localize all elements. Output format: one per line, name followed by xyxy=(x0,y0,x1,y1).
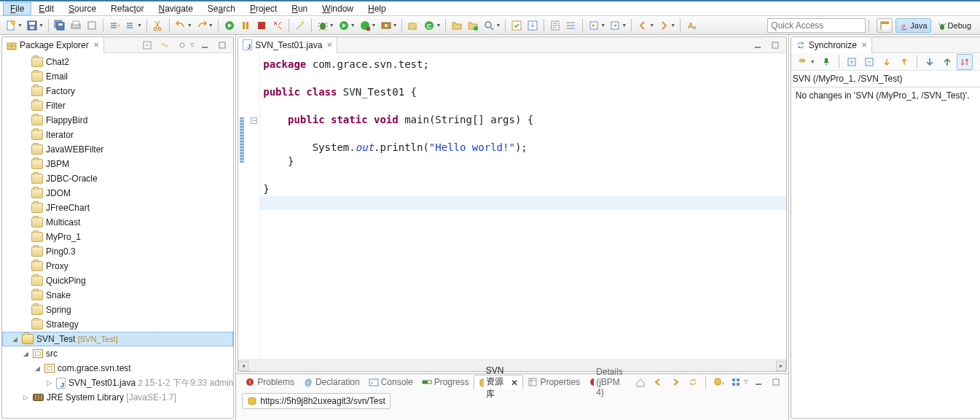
tree-folder[interactable]: JFreeChart xyxy=(2,201,233,215)
refresh-icon[interactable] xyxy=(685,374,701,390)
tree-src[interactable]: ◢src xyxy=(2,346,233,361)
code-editor[interactable]: − package com.grace.svn.test; public cla… xyxy=(238,53,786,359)
tree-folder[interactable]: JDOM xyxy=(2,186,233,201)
checkout-icon[interactable] xyxy=(509,18,525,34)
menu-navigate[interactable]: Navigate xyxy=(151,2,200,15)
tasks-icon[interactable] xyxy=(547,18,563,34)
forward-button[interactable] xyxy=(656,18,672,34)
expand-icon[interactable] xyxy=(844,54,860,70)
editor-gutter[interactable]: − xyxy=(238,53,260,359)
fold-icon[interactable]: − xyxy=(251,117,257,124)
menu-help[interactable]: Help xyxy=(361,2,393,15)
open-project-icon[interactable] xyxy=(449,18,465,34)
wand-icon[interactable] xyxy=(292,18,308,34)
tree-folder[interactable]: Snake xyxy=(2,288,233,303)
prev-diff-icon[interactable] xyxy=(896,54,912,70)
coverage-button[interactable] xyxy=(357,18,373,34)
menu-run[interactable]: Run xyxy=(284,2,315,15)
tree-folder[interactable]: Ping0.3 xyxy=(2,244,233,259)
both-mode-icon[interactable] xyxy=(957,54,973,70)
pause-button[interactable] xyxy=(238,18,254,34)
outgoing-mode-icon[interactable] xyxy=(939,54,955,70)
prev-annotation-icon[interactable] xyxy=(607,18,623,34)
save-button[interactable] xyxy=(24,18,40,34)
tab-svn-repo[interactable]: SVN 资源库✕ xyxy=(474,375,524,389)
build-button[interactable] xyxy=(84,18,100,34)
tab-properties[interactable]: Properties xyxy=(523,375,584,389)
editor-tab[interactable]: SVN_Test01.java ✕ xyxy=(238,37,337,53)
debug-button[interactable] xyxy=(315,18,331,34)
back-button[interactable] xyxy=(635,18,651,34)
close-icon[interactable]: ✕ xyxy=(861,41,867,49)
package-explorer-tab[interactable]: Package Explorer ✕ xyxy=(2,37,104,53)
save-all-button[interactable] xyxy=(52,18,68,34)
menu-edit[interactable]: Edit xyxy=(31,2,61,15)
tab-details[interactable]: Details (jBPM 4) xyxy=(584,375,632,389)
nav-back-icon[interactable] xyxy=(650,374,666,390)
navigate-icon[interactable] xyxy=(106,18,122,34)
menu-project[interactable]: Project xyxy=(243,2,284,15)
nav-fwd-icon[interactable] xyxy=(667,374,683,390)
tree-folder[interactable]: Strategy xyxy=(2,317,233,332)
menu-search[interactable]: Search xyxy=(200,2,243,15)
tree-folder[interactable]: JBPM xyxy=(2,157,233,171)
tree-folder[interactable]: Spring xyxy=(2,303,233,317)
maximize-icon[interactable] xyxy=(214,37,230,53)
minimize-icon[interactable] xyxy=(750,374,767,390)
perspective-debug[interactable]: Debug xyxy=(934,18,974,33)
stop-button[interactable] xyxy=(254,18,270,34)
svn-repository-item[interactable]: https://5h9j8h2uxeagit3/svn/Test xyxy=(242,393,390,409)
link-editor-icon[interactable] xyxy=(157,37,173,53)
ext-tools-button[interactable] xyxy=(378,18,394,34)
print-button[interactable] xyxy=(68,18,84,34)
tab-console[interactable]: Console xyxy=(364,375,418,389)
menu-source[interactable]: Source xyxy=(61,2,103,15)
menu-refactor[interactable]: Refactor xyxy=(103,2,151,15)
outline-icon[interactable] xyxy=(563,18,579,34)
tree-folder[interactable]: Iterator xyxy=(2,128,233,142)
tree-package[interactable]: ◢com.grace.svn.test xyxy=(2,361,233,376)
minimize-icon[interactable] xyxy=(197,37,213,53)
conflicts-mode-icon[interactable] xyxy=(974,54,980,70)
incoming-mode-icon[interactable] xyxy=(922,54,938,70)
disconnect-icon[interactable] xyxy=(270,18,286,34)
focus-icon[interactable] xyxy=(174,37,190,53)
tree-java-file[interactable]: ▷SVN_Test01.java 2 15-1-2 下午9:33 admin xyxy=(2,376,233,390)
tree-project[interactable]: ◢SVN_Test [SVN_Test] xyxy=(2,332,233,346)
minimize-icon[interactable] xyxy=(750,37,766,53)
perspective-java[interactable]: Java xyxy=(895,18,930,33)
pin-icon[interactable] xyxy=(818,54,834,70)
redo-icon[interactable] xyxy=(194,18,210,34)
next-annotation-icon[interactable] xyxy=(586,18,602,34)
close-icon[interactable]: ✕ xyxy=(93,41,99,49)
open-perspective-button[interactable] xyxy=(877,18,893,33)
tree-folder[interactable]: JDBC-Oracle xyxy=(2,171,233,186)
tree-folder[interactable]: MyPro_1 xyxy=(2,230,233,244)
tree-folder[interactable]: Proxy xyxy=(2,259,233,273)
home-icon[interactable] xyxy=(632,374,648,390)
horizontal-scrollbar[interactable]: ◂▸ xyxy=(238,359,786,371)
menu-file[interactable]: File xyxy=(3,2,31,15)
search-icon[interactable] xyxy=(481,18,497,34)
tab-problems[interactable]: !Problems xyxy=(240,375,299,389)
new-button[interactable] xyxy=(3,18,19,34)
grid-icon[interactable] xyxy=(728,374,744,390)
add-repo-icon[interactable]: + xyxy=(710,374,726,390)
open-type-icon[interactable] xyxy=(465,18,481,34)
tab-declaration[interactable]: @Declaration xyxy=(299,375,364,389)
tab-progress[interactable]: Progress xyxy=(418,375,474,389)
tree-folder[interactable]: Factory xyxy=(2,84,233,98)
tree-folder[interactable]: Chat2 xyxy=(2,55,233,69)
commit-icon[interactable] xyxy=(525,18,541,34)
tree-folder[interactable]: JavaWEBFilter xyxy=(2,142,233,157)
next-diff-icon[interactable] xyxy=(879,54,895,70)
new-package-icon[interactable] xyxy=(405,18,421,34)
quick-access-input[interactable] xyxy=(767,18,866,33)
close-icon[interactable]: ✕ xyxy=(326,41,332,49)
font-icon[interactable]: Aa xyxy=(683,18,699,34)
synchronize-button[interactable] xyxy=(794,54,810,70)
undo-icon[interactable] xyxy=(173,18,189,34)
maximize-icon[interactable] xyxy=(767,37,783,53)
menu-window[interactable]: Window xyxy=(315,2,361,15)
link-icon[interactable] xyxy=(122,18,138,34)
